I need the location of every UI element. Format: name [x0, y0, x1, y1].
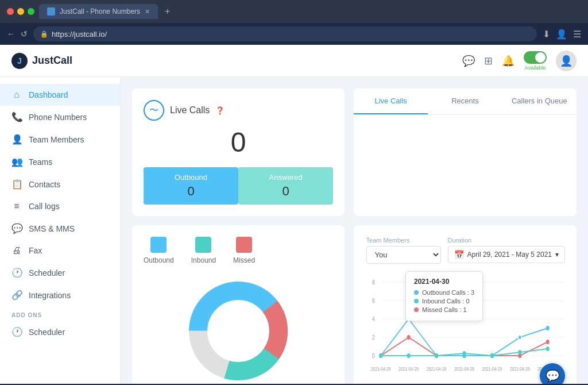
browser-tab[interactable]: JustCall - Phone Numbers ✕ [39, 4, 158, 19]
legend-missed: Missed [233, 237, 255, 264]
live-calls-stats: Outbound 0 Answered 0 [144, 167, 333, 205]
tooltip-outbound: Outbound Calls : 3 [414, 289, 474, 296]
donut-svg [181, 274, 296, 384]
logo-icon: J [11, 53, 28, 69]
menu-icon[interactable]: ☰ [573, 29, 581, 40]
sidebar-item-team-members[interactable]: 👤 Team Members [0, 128, 120, 151]
missed-legend-dot [236, 237, 252, 253]
fax-icon: 🖨 [11, 245, 22, 256]
svg-text:2021-04-29: 2021-04-29 [454, 366, 474, 372]
sidebar-item-label: Team Members [29, 135, 84, 144]
outbound-value: 0 [149, 184, 233, 199]
answered-stat: Answered 0 [238, 167, 333, 205]
outbound-label: Outbound [149, 173, 233, 182]
svg-point-35 [379, 353, 382, 358]
sidebar-item-contacts[interactable]: 📋 Contacts [0, 173, 120, 195]
address-bar: ← ↺ 🔒 https://justcall.io/ ⬇ 👤 ☰ [0, 23, 588, 45]
date-range-value: April 29, 2021 - May 5 2021 [467, 251, 552, 259]
team-members-select[interactable]: You [366, 246, 441, 264]
sidebar-item-call-logs[interactable]: ≡ Call logs [0, 195, 120, 217]
toggle-switch[interactable] [524, 51, 547, 64]
sidebar-item-label: Integrations [29, 291, 71, 300]
app-header: J JustCall 💬 ⊞ 🔔 Available 👤 [0, 45, 588, 77]
maximize-button[interactable] [28, 8, 34, 15]
top-row: 〜 Live Calls ❓ 0 Outbound 0 Answered 0 [132, 88, 577, 216]
chat-icon[interactable]: 💬 [462, 55, 475, 67]
donut-chart [144, 274, 333, 384]
date-range-picker[interactable]: 📅 April 29, 2021 - May 5 2021 ▾ [448, 246, 565, 263]
svg-point-29 [407, 335, 411, 340]
team-members-label: Team Members [366, 237, 441, 244]
live-calls-count: 0 [144, 126, 333, 158]
svg-text:0: 0 [372, 352, 375, 359]
reload-button[interactable]: ↺ [21, 29, 28, 38]
url-text: https://justcall.io/ [52, 30, 107, 38]
tab-close-icon[interactable]: ✕ [145, 8, 150, 16]
chat-fab-button[interactable]: 💬 [540, 363, 565, 384]
browser-toolbar-right: ⬇ 👤 ☰ [543, 29, 581, 40]
team-members-icon: 👤 [11, 134, 22, 145]
logo-text: JustCall [32, 55, 72, 67]
duration-control: Duration 📅 April 29, 2021 - May 5 2021 ▾ [448, 237, 565, 263]
availability-toggle[interactable]: Available [524, 51, 547, 71]
minimize-button[interactable] [17, 8, 24, 15]
dropdown-icon: ▾ [555, 251, 559, 259]
help-icon[interactable]: ❓ [215, 106, 225, 115]
lock-icon: 🔒 [40, 30, 48, 38]
sidebar-item-teams[interactable]: 👥 Teams [0, 151, 120, 173]
tooltip-missed-dot [414, 307, 419, 312]
addons-divider: ADD ONS [0, 306, 120, 321]
sidebar-item-label: Fax [29, 246, 42, 255]
sidebar-item-label: Dashboard [29, 90, 68, 99]
profile-icon[interactable]: 👤 [556, 29, 567, 40]
recents-card: Live Calls Recents Callers in Queue [354, 88, 577, 216]
team-members-control: Team Members You [366, 237, 441, 264]
bell-icon[interactable]: 🔔 [502, 55, 514, 67]
answered-value: 0 [244, 184, 327, 199]
chart-tooltip: 2021-04-30 Outbound Calls : 3 Inbound Ca… [405, 271, 483, 321]
close-button[interactable] [7, 8, 14, 15]
sidebar-item-phone-numbers[interactable]: 📞 Phone Numbers [0, 106, 120, 128]
download-icon[interactable]: ⬇ [543, 29, 550, 40]
svg-point-37 [435, 353, 438, 358]
new-tab-button[interactable]: + [165, 6, 170, 17]
svg-text:2021-04-29: 2021-04-29 [399, 366, 419, 372]
tab-recents[interactable]: Recents [428, 88, 502, 114]
sidebar-item-dashboard[interactable]: ⌂ Dashboard [0, 84, 120, 106]
sidebar-item-fax[interactable]: 🖨 Fax [0, 240, 120, 261]
outbound-legend-dot [150, 237, 167, 253]
sidebar-item-integrations[interactable]: 🔗 Integrations [0, 284, 120, 306]
sidebar: ⌂ Dashboard 📞 Phone Numbers 👤 Team Membe… [0, 77, 121, 384]
tooltip-outbound-text: Outbound Calls : 3 [422, 289, 474, 296]
live-calls-title: Live Calls [170, 105, 210, 116]
svg-point-40 [518, 350, 521, 355]
svg-text:2: 2 [372, 334, 375, 341]
sidebar-item-scheduler[interactable]: 🕐 Scheduler [0, 261, 120, 284]
contacts-icon: 📋 [11, 179, 22, 190]
live-calls-header: 〜 Live Calls ❓ [144, 100, 333, 121]
toggle-label: Available [525, 65, 546, 71]
svg-text:2021-04-29: 2021-04-29 [427, 366, 447, 372]
teams-icon: 👥 [11, 156, 22, 167]
scheduler-addon-icon: 🕐 [11, 326, 22, 337]
tooltip-missed: Missed Calls : 1 [414, 306, 474, 313]
tab-live-calls[interactable]: Live Calls [354, 88, 428, 114]
tab-callers-in-queue[interactable]: Callers in Queue [502, 88, 577, 114]
user-avatar[interactable]: 👤 [556, 51, 577, 71]
tooltip-inbound-dot [414, 299, 419, 303]
url-bar[interactable]: 🔒 https://justcall.io/ [33, 26, 537, 41]
svg-text:2021-04-29: 2021-04-29 [482, 366, 502, 372]
grid-icon[interactable]: ⊞ [484, 55, 493, 67]
calllogs-icon: ≡ [11, 201, 22, 211]
sidebar-item-scheduler-addon[interactable]: 🕐 Scheduler [0, 321, 120, 343]
dashboard-content: 〜 Live Calls ❓ 0 Outbound 0 Answered 0 [121, 77, 588, 384]
sidebar-item-label: Phone Numbers [29, 113, 87, 122]
sidebar-item-label: Scheduler [29, 268, 65, 278]
svg-text:4: 4 [372, 315, 375, 322]
tab-favicon [47, 7, 55, 16]
legend: Outbound Inbound Missed [144, 237, 333, 264]
svg-text:2021-04-29: 2021-04-29 [510, 366, 530, 372]
sidebar-item-sms-mms[interactable]: 💬 SMS & MMS [0, 217, 120, 240]
sidebar-item-label: Call logs [29, 202, 60, 211]
back-button[interactable]: ← [7, 29, 15, 38]
